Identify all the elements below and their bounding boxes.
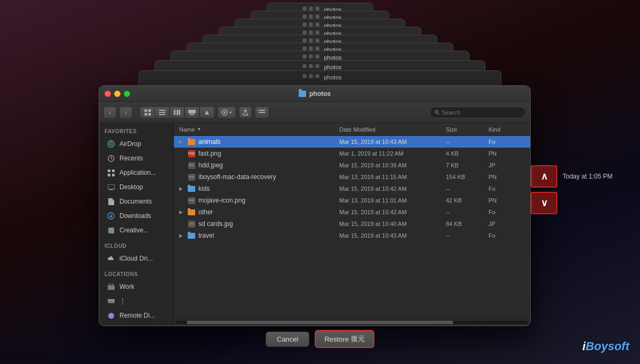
sidebar-item-recents[interactable]: Recents <box>101 151 171 165</box>
sidebar-item-creative[interactable]: Creative... <box>101 223 171 237</box>
sidebar-item-applications[interactable]: Application... <box>101 166 171 180</box>
search-input[interactable] <box>442 109 521 116</box>
view-icon-button[interactable] <box>140 107 155 118</box>
col-name-header[interactable]: Name ▼ <box>179 126 339 133</box>
file-name: iboysoft-mac-data-recovery <box>198 173 276 181</box>
scroll-up-button[interactable]: ∧ <box>531 165 557 188</box>
sidebar-item-desktop[interactable]: Desktop <box>101 180 171 194</box>
edit-tags-button[interactable] <box>255 107 269 118</box>
scroll-down-button[interactable]: ∨ <box>531 192 557 214</box>
file-name: fast.png <box>198 150 221 157</box>
file-date: Mar 13, 2019 at 11:01 AM <box>339 197 446 204</box>
col-kind-header[interactable]: Kind <box>489 126 521 133</box>
sidebar-item-network[interactable]: Network <box>101 323 171 326</box>
file-icon: JPG <box>188 221 195 227</box>
sidebar-item-remote[interactable]: Remote Di... <box>101 309 171 322</box>
desktop-icon <box>107 183 115 191</box>
file-name: hdd.jpeg <box>198 161 223 169</box>
file-kind: Fo <box>489 185 521 192</box>
view-cover-button[interactable] <box>185 107 199 118</box>
svg-rect-11 <box>190 114 194 115</box>
sidebar-label-creative: Creative... <box>119 227 149 234</box>
scrollbar-area[interactable] <box>174 318 530 326</box>
sidebar-label-remote: Remote Di... <box>119 312 155 319</box>
file-icon: PNG <box>188 150 195 157</box>
col-date-label: Date Modified <box>339 126 375 133</box>
table-row[interactable]: PNG mojave-icon.png Mar 13, 2019 at 11:0… <box>174 195 530 206</box>
table-row[interactable]: ▶ animals Mar 15, 2019 at 10:43 AM -- Fo <box>174 136 530 148</box>
file-size: -- <box>446 139 489 145</box>
file-date: Mar 15, 2019 at 10:42 AM <box>339 209 446 215</box>
file-name: mojave-icon.png <box>198 197 245 204</box>
view-buttons <box>140 107 214 118</box>
file-size: 84 KB <box>446 221 489 227</box>
favorites-label: Favorites <box>99 123 173 136</box>
sidebar-item-airdrop[interactable]: AirDrop <box>101 137 171 151</box>
documents-icon <box>107 197 115 206</box>
minimize-button[interactable] <box>114 91 121 97</box>
sidebar-label-drive: ⋮ <box>119 297 126 305</box>
svg-rect-9 <box>179 110 180 115</box>
table-row[interactable]: APP iboysoft-mac-data-recovery Mar 13, 2… <box>174 171 530 183</box>
table-row[interactable]: ▶ travel Mar 15, 2019 at 10:43 AM -- Fo <box>174 230 530 241</box>
nav-arrows: ∧ ∨ <box>531 165 557 214</box>
maximize-button[interactable] <box>124 91 130 97</box>
file-size: -- <box>446 209 489 215</box>
downloads-icon <box>107 212 115 220</box>
scrollbar-thumb[interactable] <box>187 321 453 324</box>
cancel-button[interactable]: Cancel <box>266 331 309 347</box>
file-name: animals <box>198 138 220 145</box>
table-row[interactable]: JPG sd cards.jpg Mar 15, 2019 at 10:40 A… <box>174 218 530 230</box>
svg-point-17 <box>435 110 438 114</box>
svg-marker-12 <box>205 110 209 115</box>
restore-label: Restore <box>324 335 349 343</box>
locations-label: Locations <box>99 266 173 279</box>
back-button[interactable]: ‹ <box>103 107 116 118</box>
scrollbar-track[interactable] <box>176 321 528 324</box>
stack-title-8: photos <box>324 61 341 70</box>
svg-rect-7 <box>174 110 175 115</box>
sort-arrow: ▼ <box>197 127 201 132</box>
svg-rect-10 <box>188 110 196 114</box>
file-kind: PN <box>489 197 521 204</box>
iboysoft-watermark: iBoysoft <box>582 339 629 353</box>
remote-icon <box>107 311 115 320</box>
sidebar-item-work[interactable]: Work <box>101 280 171 294</box>
file-icon: JPG <box>188 162 195 168</box>
sidebar-item-drive[interactable]: ⋮ <box>101 294 171 308</box>
file-date: Mar 15, 2019 at 10:39 AM <box>339 162 446 168</box>
file-size: 42 KB <box>446 197 489 204</box>
file-kind: JP <box>489 162 521 168</box>
sidebar-item-downloads[interactable]: Downloads <box>101 209 171 223</box>
table-row[interactable]: PNG fast.png Mar 1, 2019 at 11:22 AM 4 K… <box>174 148 530 159</box>
file-list: ▶ animals Mar 15, 2019 at 10:43 AM -- Fo… <box>174 136 530 318</box>
svg-rect-5 <box>159 112 165 113</box>
svg-rect-37 <box>108 299 115 301</box>
table-row[interactable]: ▶ kids Mar 15, 2019 at 10:42 AM -- Fo <box>174 183 530 195</box>
close-button[interactable] <box>105 91 111 97</box>
file-name: sd cards.jpg <box>198 220 233 228</box>
stack-title-9: photos <box>324 71 341 80</box>
forward-button[interactable]: › <box>119 107 132 118</box>
search-box[interactable] <box>430 107 526 118</box>
share-button[interactable] <box>239 107 252 118</box>
sidebar-label-documents: Documents <box>119 198 152 205</box>
col-date-header[interactable]: Date Modified <box>339 126 446 133</box>
view-list-button[interactable] <box>155 107 170 118</box>
col-size-header[interactable]: Size <box>446 126 489 133</box>
view-extra-button[interactable] <box>199 107 214 118</box>
creative-icon <box>107 226 115 234</box>
file-icon: PNG <box>188 197 195 204</box>
window-title-text: photos <box>309 90 331 98</box>
view-column-button[interactable] <box>170 107 185 118</box>
svg-rect-1 <box>148 109 151 112</box>
traffic-lights <box>105 91 130 97</box>
table-row[interactable]: ▶ other Mar 15, 2019 at 10:42 AM -- Fo <box>174 206 530 218</box>
sidebar-item-icloud[interactable]: iCloud Dri... <box>101 252 171 265</box>
file-date: Mar 13, 2019 at 11:15 AM <box>339 174 446 180</box>
restore-button[interactable]: Restore 復元 <box>315 330 374 348</box>
sidebar-label-desktop: Desktop <box>119 183 143 191</box>
sidebar-item-documents[interactable]: Documents <box>101 195 171 208</box>
table-row[interactable]: JPG hdd.jpeg Mar 15, 2019 at 10:39 AM 7 … <box>174 159 530 171</box>
action-button[interactable]: ▾ <box>218 107 236 118</box>
